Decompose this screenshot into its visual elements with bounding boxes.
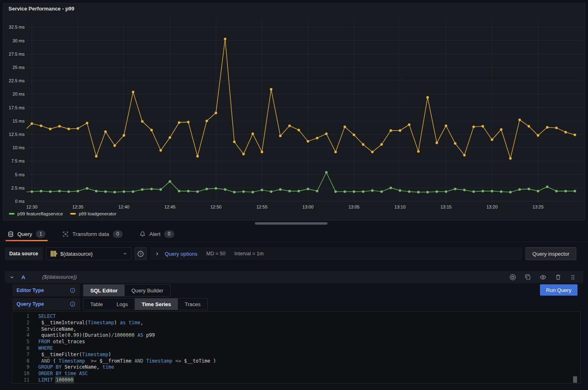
svg-text:12:55: 12:55 bbox=[256, 204, 268, 209]
segment-table[interactable]: Table bbox=[83, 298, 110, 310]
chart-legend: p99 featureflagservice p99 loadgenerator bbox=[9, 211, 117, 216]
help-circle-icon: ? bbox=[137, 250, 144, 257]
legend-swatch-yellow bbox=[70, 213, 76, 215]
svg-text:13:10: 13:10 bbox=[394, 204, 406, 209]
record-circle-icon[interactable] bbox=[509, 274, 516, 281]
svg-text:?: ? bbox=[140, 252, 142, 256]
chevron-right-icon bbox=[155, 252, 159, 256]
svg-text:30 ms: 30 ms bbox=[13, 38, 25, 43]
svg-text:13:05: 13:05 bbox=[348, 204, 360, 209]
svg-text:13:00: 13:00 bbox=[302, 204, 314, 209]
query-type-row: Query Type Table Logs Time Series Traces bbox=[12, 298, 208, 310]
svg-text:12.5 ms: 12.5 ms bbox=[9, 132, 25, 137]
svg-text:27.5 ms: 27.5 ms bbox=[9, 52, 25, 56]
query-row-actions bbox=[509, 274, 576, 281]
database-icon bbox=[8, 231, 14, 237]
query-datasource-hint: (${datasource}) bbox=[42, 274, 77, 280]
svg-text:7.5 ms: 7.5 ms bbox=[11, 159, 25, 163]
legend-label: p99 featureflagservice bbox=[17, 211, 63, 216]
query-row-header: A (${datasource}) bbox=[5, 271, 583, 283]
query-type-label: Query Type bbox=[17, 301, 44, 307]
editor-tabs-bar: Query 1 Transform data 0 Alert 0 bbox=[0, 227, 588, 242]
clickhouse-logo-icon bbox=[50, 250, 57, 257]
segment-traces[interactable]: Traces bbox=[178, 298, 207, 310]
svg-text:5 ms: 5 ms bbox=[15, 172, 25, 177]
datasource-value: ${datasource} bbox=[60, 251, 119, 257]
svg-text:0 ms: 0 ms bbox=[15, 199, 25, 204]
editor-scrollbar-thumb[interactable] bbox=[573, 376, 577, 383]
grafana-query-editor-page: Service Performance - p99 0 ms2.5 ms5 ms… bbox=[0, 0, 588, 390]
segment-query-builder[interactable]: Query Builder bbox=[125, 285, 170, 296]
segment-time-series[interactable]: Time Series bbox=[135, 298, 178, 310]
timeseries-panel: Service Performance - p99 0 ms2.5 ms5 ms… bbox=[3, 3, 585, 221]
query-options-toggle[interactable]: Query options bbox=[155, 251, 198, 257]
svg-text:12:35: 12:35 bbox=[72, 204, 83, 209]
editor-type-label: Editor Type bbox=[17, 288, 44, 293]
legend-label: p99 loadgenerator bbox=[79, 211, 116, 216]
svg-text:12:45: 12:45 bbox=[165, 204, 176, 209]
query-inspector-button[interactable]: Query inspector bbox=[525, 247, 576, 260]
legend-swatch-green bbox=[9, 213, 15, 215]
transform-icon bbox=[63, 231, 69, 237]
collapse-chevron-icon[interactable] bbox=[9, 275, 15, 280]
bell-icon bbox=[140, 231, 146, 237]
duplicate-icon[interactable] bbox=[525, 274, 531, 280]
datasource-row: Data source ${datasource} ? Query option… bbox=[5, 247, 576, 260]
tab-label: Transform data bbox=[72, 231, 109, 237]
segment-logs[interactable]: Logs bbox=[110, 298, 135, 310]
interval-value: Interval = 1m bbox=[234, 251, 264, 257]
query-options-link: Query options bbox=[165, 251, 198, 257]
sql-code-lines: 1SELECT2 $__timeInterval(Timestamp) as t… bbox=[13, 313, 580, 384]
datasource-label: Data source bbox=[5, 247, 43, 260]
datasource-picker[interactable]: ${datasource} bbox=[46, 247, 131, 260]
legend-item-featureflagservice[interactable]: p99 featureflagservice bbox=[9, 211, 63, 216]
tab-transform-data[interactable]: Transform data 0 bbox=[60, 227, 125, 241]
svg-text:17.5 ms: 17.5 ms bbox=[9, 105, 25, 110]
sql-code-editor[interactable]: 1SELECT2 $__timeInterval(Timestamp) as t… bbox=[12, 311, 581, 384]
editor-type-label-box: Editor Type bbox=[12, 284, 80, 296]
datasource-help-button[interactable]: ? bbox=[135, 247, 147, 260]
svg-text:25 ms: 25 ms bbox=[13, 65, 25, 70]
horizontal-scrollbar-thumb[interactable] bbox=[255, 222, 327, 225]
svg-text:13:15: 13:15 bbox=[440, 204, 452, 209]
svg-text:12:30: 12:30 bbox=[26, 204, 38, 209]
max-data-points-value: MD = 50 bbox=[206, 251, 226, 257]
svg-text:12:40: 12:40 bbox=[118, 204, 129, 209]
info-circle-icon[interactable] bbox=[70, 288, 75, 293]
legend-item-loadgenerator[interactable]: p99 loadgenerator bbox=[70, 211, 116, 216]
run-query-button[interactable]: Run Query bbox=[540, 284, 578, 296]
svg-text:10 ms: 10 ms bbox=[13, 145, 25, 150]
tab-label: Alert bbox=[149, 231, 161, 237]
svg-text:32.5 ms: 32.5 ms bbox=[9, 25, 25, 29]
segment-sql-editor[interactable]: SQL Editor bbox=[83, 285, 125, 296]
info-circle-icon[interactable] bbox=[70, 301, 75, 307]
tab-count-badge: 0 bbox=[164, 230, 174, 238]
tab-count-badge: 1 bbox=[36, 230, 46, 238]
svg-text:20 ms: 20 ms bbox=[13, 92, 25, 96]
drag-handle-icon[interactable] bbox=[570, 274, 576, 280]
query-type-group: Table Logs Time Series Traces bbox=[83, 298, 208, 310]
trash-icon[interactable] bbox=[555, 274, 561, 280]
svg-text:22.5 ms: 22.5 ms bbox=[9, 78, 25, 83]
svg-text:13:25: 13:25 bbox=[532, 204, 544, 209]
timeseries-chart[interactable]: 0 ms2.5 ms5 ms7.5 ms10 ms12.5 ms15 ms17.… bbox=[3, 3, 585, 220]
svg-text:2.5 ms: 2.5 ms bbox=[11, 186, 25, 190]
tab-count-badge: 0 bbox=[113, 230, 123, 238]
tab-query[interactable]: Query 1 bbox=[6, 227, 48, 241]
query-options-bar: Query options MD = 50 Interval = 1m bbox=[150, 247, 522, 260]
query-ref-id: A bbox=[21, 274, 25, 280]
editor-type-row: Editor Type SQL Editor Query Builder bbox=[12, 284, 171, 296]
editor-type-group: SQL Editor Query Builder bbox=[83, 284, 171, 296]
eye-icon[interactable] bbox=[540, 274, 546, 281]
tab-alert[interactable]: Alert 0 bbox=[138, 227, 176, 241]
chevron-down-icon bbox=[123, 251, 127, 256]
svg-text:15 ms: 15 ms bbox=[13, 119, 25, 123]
svg-text:12:50: 12:50 bbox=[211, 204, 222, 209]
svg-text:13:20: 13:20 bbox=[486, 204, 498, 209]
query-type-label-box: Query Type bbox=[12, 298, 80, 310]
tab-label: Query bbox=[17, 231, 32, 237]
